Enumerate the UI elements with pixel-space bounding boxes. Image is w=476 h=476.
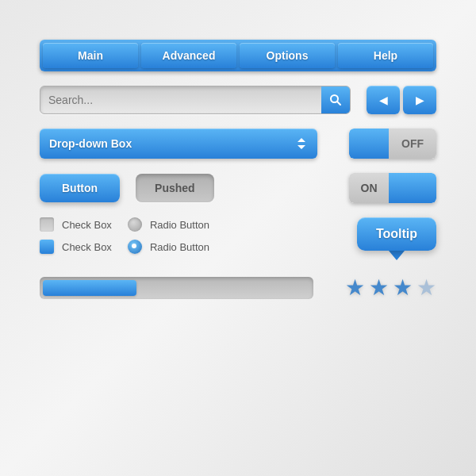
checkbox-checked[interactable] xyxy=(40,240,54,254)
star-4[interactable]: ★ xyxy=(416,274,436,301)
radio-checked[interactable] xyxy=(128,240,142,254)
tooltip-container: Tooltip xyxy=(357,217,436,260)
star-1[interactable]: ★ xyxy=(345,274,365,301)
checkbox-checked-row[interactable]: Check Box xyxy=(40,240,112,254)
arrow-left-button[interactable]: ◀ xyxy=(367,86,400,114)
arrow-right-button[interactable]: ▶ xyxy=(403,86,436,114)
toggle-off[interactable]: OFF xyxy=(349,129,436,159)
blue-button[interactable]: Button xyxy=(40,174,120,202)
dropdown-arrow-icon xyxy=(295,136,308,152)
search-row: ◀ ▶ xyxy=(40,86,436,114)
tab-advanced[interactable]: Advanced xyxy=(141,43,236,68)
toggle-on[interactable]: ON xyxy=(349,173,436,203)
stars-container: ★ ★ ★ ★ xyxy=(345,274,436,301)
checkbox-unchecked-row[interactable]: Check Box xyxy=(40,217,112,232)
tab-help[interactable]: Help xyxy=(338,43,433,68)
tab-bar: Main Advanced Options Help xyxy=(40,40,436,71)
tab-options[interactable]: Options xyxy=(240,43,335,68)
tooltip-label: Tooltip xyxy=(376,227,417,240)
checkbox-column: Check Box Check Box xyxy=(40,217,112,254)
svg-marker-2 xyxy=(298,138,305,142)
radio-checked-row[interactable]: Radio Button xyxy=(128,240,209,254)
radio-unchecked[interactable] xyxy=(128,217,142,232)
progress-bar xyxy=(40,277,313,299)
toggle-off-label: OFF xyxy=(389,129,436,159)
arrow-buttons: ◀ ▶ xyxy=(367,86,436,114)
tab-main[interactable]: Main xyxy=(43,43,138,68)
checkboxes-radios: Check Box Check Box Radio Button Radio B… xyxy=(40,217,209,254)
svg-line-1 xyxy=(337,102,340,105)
checkbox1-label: Check Box xyxy=(62,219,112,231)
checkbox2-label: Check Box xyxy=(62,241,112,253)
search-icon xyxy=(329,94,342,106)
radio2-label: Radio Button xyxy=(150,241,209,253)
radio-column: Radio Button Radio Button xyxy=(128,217,209,254)
progress-fill xyxy=(43,280,136,296)
star-3[interactable]: ★ xyxy=(393,274,413,301)
svg-marker-3 xyxy=(298,145,305,149)
radio1-label: Radio Button xyxy=(150,219,209,231)
dropdown-label: Drop-down Box xyxy=(49,137,132,150)
search-input[interactable] xyxy=(40,94,321,106)
toggle-on-blue xyxy=(389,173,436,203)
toggle-off-blue xyxy=(349,129,389,159)
dropdown-row: Drop-down Box OFF xyxy=(40,129,436,159)
search-button[interactable] xyxy=(321,86,350,114)
pushed-button[interactable]: Pushed xyxy=(136,174,214,202)
progress-stars-row: ★ ★ ★ ★ xyxy=(40,274,436,301)
tooltip-tail xyxy=(389,251,405,260)
radio-unchecked-row[interactable]: Radio Button xyxy=(128,217,209,232)
controls-row: Check Box Check Box Radio Button Radio B… xyxy=(40,217,436,260)
search-box[interactable] xyxy=(40,86,351,114)
tooltip-bubble: Tooltip xyxy=(357,217,436,251)
star-2[interactable]: ★ xyxy=(369,274,389,301)
buttons-row: Button Pushed ON xyxy=(40,173,436,203)
toggle-on-label: ON xyxy=(349,173,389,203)
checkbox-unchecked[interactable] xyxy=(40,217,54,232)
dropdown-box[interactable]: Drop-down Box xyxy=(40,129,317,159)
